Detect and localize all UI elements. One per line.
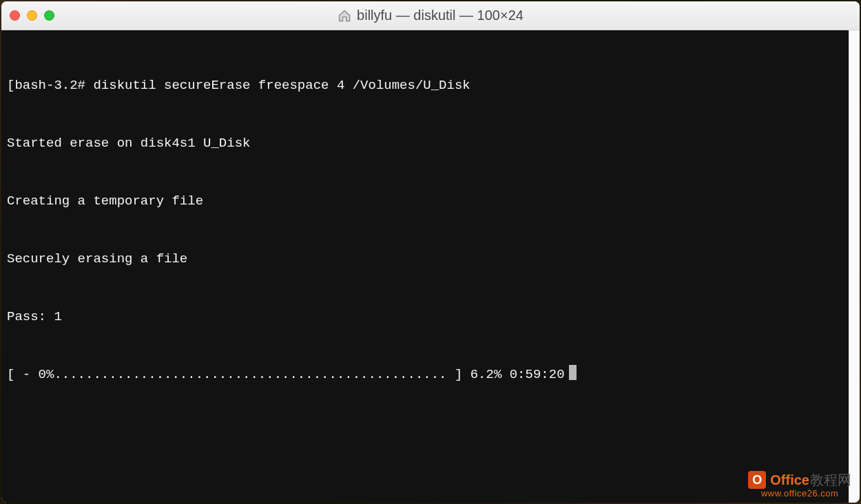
- scroll-indicator-icon: [851, 36, 858, 43]
- terminal-window: billyfu — diskutil — 100×24 [bash-3.2# d…: [1, 1, 860, 503]
- watermark: O Office教程网 www.office26.com: [748, 471, 851, 498]
- terminal-output-line: Pass: 1: [7, 307, 854, 326]
- scrollbar-track[interactable]: [849, 30, 860, 503]
- terminal-output-line: Creating a temporary file: [7, 191, 854, 211]
- command-text: diskutil secureErase freespace 4 /Volume…: [93, 78, 470, 93]
- traffic-lights: [10, 10, 54, 21]
- watermark-brand-1: Office: [770, 472, 809, 487]
- zoom-button[interactable]: [44, 10, 54, 21]
- watermark-url: www.office26.com: [748, 489, 851, 498]
- home-icon: [338, 9, 351, 23]
- terminal-body[interactable]: [bash-3.2# diskutil secureErase freespac…: [1, 30, 860, 503]
- minimize-button[interactable]: [27, 10, 37, 21]
- terminal-output-line: Securely erasing a file: [7, 249, 854, 269]
- terminal-output-line: Started erase on disk4s1 U_Disk: [7, 134, 854, 153]
- terminal-progress-line: [ - 0%..................................…: [7, 365, 854, 384]
- progress-text: [ - 0%..................................…: [7, 367, 565, 382]
- window-title-text: billyfu — diskutil — 100×24: [357, 8, 523, 23]
- window-title: billyfu — diskutil — 100×24: [338, 8, 523, 23]
- office-logo-icon: O: [748, 471, 766, 489]
- cursor: [569, 365, 577, 380]
- titlebar[interactable]: billyfu — diskutil — 100×24: [1, 1, 860, 30]
- watermark-brand-2: 教程网: [810, 472, 851, 487]
- watermark-brand: O Office教程网: [748, 471, 851, 489]
- terminal-prompt-line: [bash-3.2# diskutil secureErase freespac…: [7, 76, 854, 95]
- close-button[interactable]: [10, 10, 20, 21]
- prompt: [bash-3.2#: [7, 78, 93, 93]
